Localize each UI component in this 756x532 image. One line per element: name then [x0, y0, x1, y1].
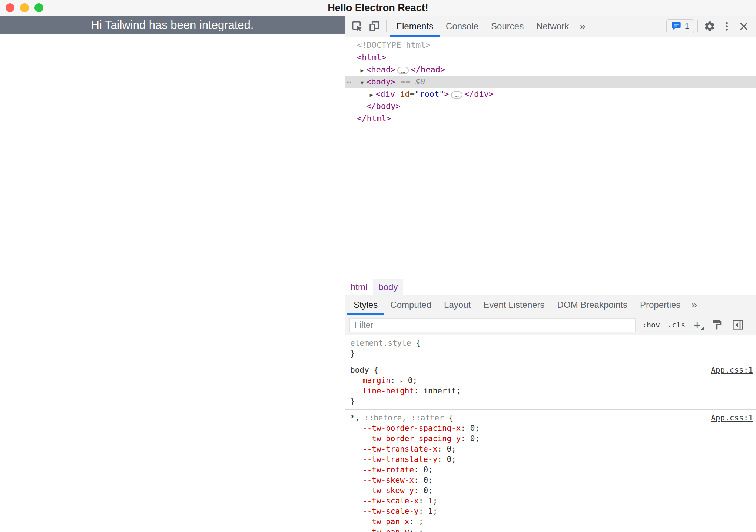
collapse-arrow-icon[interactable]: ▼: [358, 76, 366, 89]
property-name: --tw-translate-y: [362, 455, 437, 464]
css-selector[interactable]: body {: [350, 365, 752, 375]
dom-tree-row[interactable]: ⋯▼<body> == $0: [345, 76, 756, 88]
triangle-glyph: ▶: [369, 92, 373, 98]
device-toolbar-button[interactable]: [366, 18, 383, 35]
tab-elements[interactable]: Elements: [390, 16, 440, 37]
dom-token-tag: </body>: [366, 102, 401, 111]
selector-part: element.style: [350, 339, 411, 348]
sidebar-tab-event-listeners[interactable]: Event Listeners: [477, 295, 551, 315]
banner-text: Hi Tailwind has been integrated.: [91, 19, 254, 32]
triangle-glyph: ▶: [360, 67, 364, 74]
indent-guide: [362, 89, 362, 111]
titlebar: Hello Electron React!: [0, 0, 756, 16]
issues-count: 1: [685, 21, 689, 31]
css-property[interactable]: --tw-skew-y: 0;: [350, 485, 752, 496]
css-close-brace: }: [350, 396, 752, 406]
css-rule-1: App.css:1body {margin: ▸ 0;line-height: …: [345, 362, 756, 410]
css-property[interactable]: --tw-rotate: 0;: [350, 465, 752, 475]
property-value: 0;: [403, 376, 417, 385]
close-window-button[interactable]: [6, 3, 14, 12]
row-overflow-icon[interactable]: ⋯: [346, 76, 351, 88]
close-devtools-button[interactable]: [735, 18, 752, 35]
app-banner: Hi Tailwind has been integrated.: [0, 16, 345, 34]
sidebar-tab-computed[interactable]: Computed: [384, 295, 438, 315]
expand-ellipsis-button[interactable]: …: [451, 91, 462, 99]
css-property[interactable]: --tw-scale-x: 1;: [350, 496, 752, 506]
expand-arrow-icon[interactable]: ▶: [367, 88, 375, 101]
zoom-window-button[interactable]: [34, 3, 43, 12]
css-close-brace: }: [350, 348, 752, 359]
property-name: line-height: [362, 386, 414, 395]
dom-token-gray: <!DOCTYPE html>: [357, 40, 431, 50]
property-name: --tw-pan-y: [362, 528, 409, 532]
devtools-menu-button[interactable]: [718, 18, 735, 35]
breadcrumb-html[interactable]: html: [345, 279, 373, 295]
stylesheet-link[interactable]: App.css:1: [711, 365, 753, 375]
css-property[interactable]: --tw-skew-x: 0;: [350, 475, 752, 485]
css-selector[interactable]: *, ::before, ::after {: [350, 413, 752, 423]
expand-ellipsis-button[interactable]: …: [397, 67, 409, 74]
css-property[interactable]: line-height: inherit;: [350, 386, 752, 396]
sidebar-tab-layout[interactable]: Layout: [438, 295, 477, 315]
css-property[interactable]: --tw-border-spacing-y: 0;: [350, 433, 752, 444]
selector-part: ::before, ::after: [359, 413, 444, 422]
css-property[interactable]: --tw-translate-y: 0;: [350, 454, 752, 465]
element-classes-button[interactable]: .cls: [667, 320, 686, 329]
css-property[interactable]: --tw-pan-x: ;: [350, 516, 752, 527]
dom-token-tag: </head>: [411, 65, 445, 74]
style-filter-input[interactable]: [349, 318, 636, 332]
css-property[interactable]: --tw-pan-y: ;: [350, 527, 752, 532]
expand-longhand-icon[interactable]: ▸: [400, 378, 403, 385]
dom-token-tag: >: [444, 89, 449, 99]
dom-tree-row[interactable]: </body>: [345, 100, 756, 112]
settings-button[interactable]: [701, 18, 718, 35]
dom-token-val: "root": [415, 89, 444, 99]
stylesheet-link[interactable]: App.css:1: [711, 413, 753, 423]
property-name: --tw-border-spacing-x: [362, 424, 461, 433]
dom-tree-row[interactable]: ▶<head>…</head>: [345, 63, 756, 76]
tab-network[interactable]: Network: [530, 16, 575, 37]
device-toolbar-icon: [368, 20, 381, 33]
property-value: ;: [414, 528, 423, 532]
css-property[interactable]: --tw-border-spacing-x: 0;: [350, 423, 752, 433]
selector-part: *,: [350, 413, 359, 422]
tab-sources[interactable]: Sources: [485, 16, 530, 37]
traffic-lights: [6, 0, 43, 16]
dom-token-anno: $0: [415, 77, 425, 86]
property-value: 0;: [465, 424, 480, 433]
styles-filter-bar: :hov .cls +: [345, 315, 756, 335]
tab-console[interactable]: Console: [440, 16, 485, 37]
more-tabs-button[interactable]: »: [575, 20, 590, 32]
property-name: --tw-scale-y: [362, 507, 419, 516]
dom-tree-row[interactable]: <html>: [345, 51, 756, 63]
sidebar-more-tabs-button[interactable]: »: [687, 295, 702, 315]
dom-token-tag: <head>: [366, 65, 395, 74]
property-value: 0;: [442, 455, 456, 464]
breadcrumb-body[interactable]: body: [373, 279, 403, 295]
sidebar-tab-styles[interactable]: Styles: [347, 295, 384, 315]
minimize-window-button[interactable]: [20, 3, 29, 12]
css-property[interactable]: --tw-translate-x: 0;: [350, 444, 752, 454]
new-style-rule-button[interactable]: +: [692, 319, 704, 330]
property-value: 0;: [442, 445, 456, 453]
dom-tree-row[interactable]: <!DOCTYPE html>: [345, 39, 756, 51]
dom-token-gray: ==: [395, 77, 415, 86]
sidebar-tab-dom-breakpoints[interactable]: DOM Breakpoints: [551, 295, 634, 315]
dom-tree-row[interactable]: ▶<div id="root">…</div>: [345, 88, 756, 100]
issues-badge[interactable]: 1: [666, 19, 694, 33]
inspect-element-button[interactable]: [349, 18, 366, 35]
issues-icon: [671, 21, 682, 31]
css-selector[interactable]: element.style {: [350, 338, 752, 348]
property-name: margin: [362, 376, 391, 385]
dom-tree-row[interactable]: </html>: [345, 112, 756, 124]
computed-sidebar-toggle-button[interactable]: [730, 317, 745, 332]
dom-token-attr: id: [395, 89, 410, 99]
css-property[interactable]: margin: ▸ 0;: [350, 375, 752, 386]
dom-token-tag: </div>: [464, 89, 494, 99]
inspect-icon: [351, 20, 364, 33]
rendering-emulations-button[interactable]: [710, 317, 724, 332]
sidebar-tab-properties[interactable]: Properties: [634, 295, 687, 315]
css-property[interactable]: --tw-scale-y: 1;: [350, 506, 752, 516]
toggle-element-state-button[interactable]: :hov: [641, 320, 661, 329]
expand-arrow-icon[interactable]: ▶: [358, 63, 366, 77]
